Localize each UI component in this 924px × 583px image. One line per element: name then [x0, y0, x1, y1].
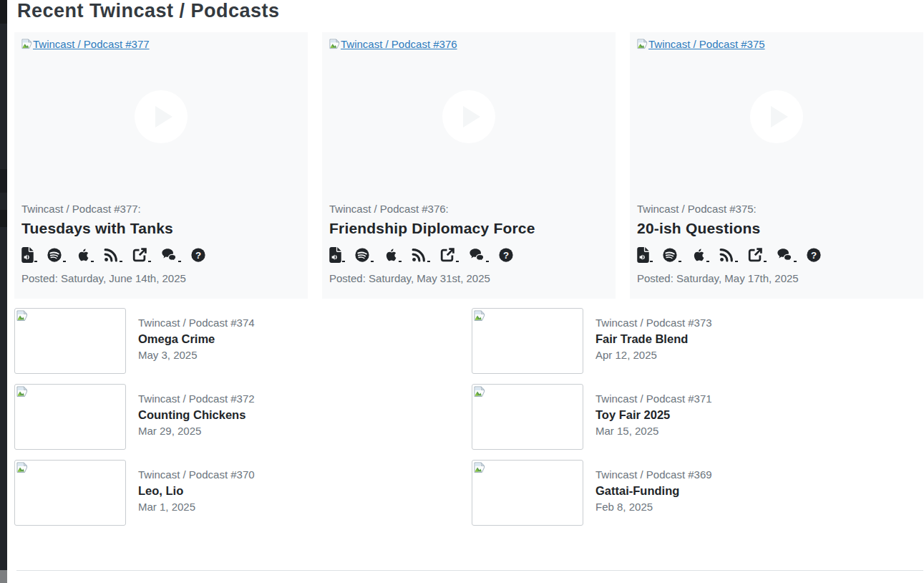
recent-podcast-item-373: Twincast / Podcast #373 Fair Trade Blend… — [472, 308, 923, 374]
podcast-card-375: Twincast / Podcast #375 Twincast / Podca… — [630, 32, 923, 299]
spotify-icon[interactable] — [354, 247, 374, 263]
broken-image-icon — [637, 39, 648, 49]
podcast-media-area: Twincast / Podcast #375 — [630, 32, 923, 203]
recent-podcast-item-374: Twincast / Podcast #374 Omega Crime May … — [14, 308, 466, 374]
main-content: Recent Twincast / Podcasts Twincast / Po… — [7, 1, 924, 571]
podcast-image-link[interactable]: Twincast / Podcast #377 — [21, 38, 150, 50]
question-circle-icon[interactable] — [190, 247, 206, 263]
recent-item-meta: Twincast / Podcast #370 Leo, Lio Mar 1, … — [138, 460, 255, 526]
play-icon — [463, 106, 480, 127]
podcast-thumbnail[interactable] — [472, 308, 583, 374]
recent-item-meta: Twincast / Podcast #373 Fair Trade Blend… — [595, 308, 712, 374]
broken-image-icon — [474, 310, 485, 322]
podcast-thumbnail[interactable] — [472, 460, 583, 526]
play-button[interactable] — [135, 90, 188, 143]
episode-title[interactable]: 20-ish Questions — [630, 220, 923, 237]
rss-icon[interactable] — [411, 247, 430, 263]
series-label: Twincast / Podcast #374 — [138, 317, 255, 329]
play-icon — [771, 106, 788, 127]
external-link-icon[interactable] — [132, 247, 151, 263]
podcast-image-link[interactable]: Twincast / Podcast #375 — [637, 38, 765, 50]
episode-date: May 3, 2025 — [138, 349, 255, 361]
episode-date: Feb 8, 2025 — [595, 501, 712, 513]
episode-date: Mar 29, 2025 — [138, 425, 255, 437]
play-button[interactable] — [442, 90, 495, 143]
page-title: Recent Twincast / Podcasts — [17, 1, 923, 21]
comments-icon[interactable] — [468, 247, 489, 263]
spotify-icon[interactable] — [662, 247, 681, 263]
episode-title[interactable]: Fair Trade Blend — [595, 332, 712, 346]
rss-icon[interactable] — [719, 247, 738, 263]
section-divider — [16, 570, 923, 571]
podcast-links-row — [322, 246, 616, 263]
podcast-thumbnail[interactable] — [14, 308, 126, 374]
broken-image-icon — [21, 39, 32, 49]
posted-date: Posted: Saturday, May 31st, 2025 — [322, 272, 616, 284]
question-circle-icon[interactable] — [498, 247, 514, 263]
file-audio-icon[interactable] — [329, 247, 345, 263]
image-alt-text: Twincast / Podcast #377 — [33, 38, 150, 50]
podcast-thumbnail[interactable] — [14, 384, 126, 450]
podcast-media-area: Twincast / Podcast #376 — [322, 32, 616, 203]
recent-item-meta: Twincast / Podcast #371 Toy Fair 2025 Ma… — [595, 384, 712, 450]
broken-image-icon — [474, 462, 485, 473]
featured-podcasts-grid: Twincast / Podcast #377 Twincast / Podca… — [14, 32, 923, 299]
external-link-icon[interactable] — [439, 247, 459, 263]
series-label: Twincast / Podcast #373 — [595, 317, 712, 329]
broken-image-icon — [16, 310, 28, 322]
apple-icon[interactable] — [691, 247, 709, 263]
episode-date: Apr 12, 2025 — [595, 349, 712, 361]
episode-title[interactable]: Gattai-Funding — [595, 484, 712, 498]
podcast-thumbnail[interactable] — [14, 460, 126, 526]
image-alt-text: Twincast / Podcast #375 — [648, 38, 765, 50]
episode-title[interactable]: Omega Crime — [138, 332, 255, 346]
episode-title[interactable]: Toy Fair 2025 — [595, 408, 712, 422]
external-link-icon[interactable] — [747, 247, 767, 263]
recent-item-meta: Twincast / Podcast #369 Gattai-Funding F… — [595, 460, 712, 526]
podcast-image-link[interactable]: Twincast / Podcast #376 — [329, 38, 457, 50]
recent-podcasts-list: Twincast / Podcast #374 Omega Crime May … — [14, 308, 923, 526]
podcast-thumbnail[interactable] — [472, 384, 583, 450]
apple-icon[interactable] — [383, 247, 402, 263]
play-button[interactable] — [750, 90, 803, 143]
podcast-links-row — [14, 246, 308, 263]
broken-image-icon — [329, 39, 340, 49]
comments-icon[interactable] — [776, 247, 797, 263]
posted-date: Posted: Saturday, June 14th, 2025 — [14, 272, 308, 284]
series-label: Twincast / Podcast #372 — [138, 392, 255, 405]
broken-image-icon — [16, 462, 28, 473]
recent-item-meta: Twincast / Podcast #374 Omega Crime May … — [138, 308, 255, 374]
series-label: Twincast / Podcast #371 — [595, 392, 712, 405]
series-label: Twincast / Podcast #375: — [630, 203, 923, 215]
rss-icon[interactable] — [103, 247, 122, 263]
recent-podcast-item-370: Twincast / Podcast #370 Leo, Lio Mar 1, … — [14, 460, 466, 526]
series-label: Twincast / Podcast #370 — [138, 468, 255, 481]
broken-image-icon — [474, 386, 485, 398]
episode-title[interactable]: Tuesdays with Tanks — [14, 220, 308, 237]
episode-date: Mar 1, 2025 — [138, 501, 255, 513]
apple-icon[interactable] — [75, 247, 94, 263]
file-audio-icon[interactable] — [21, 247, 37, 263]
series-label: Twincast / Podcast #369 — [595, 468, 712, 481]
podcast-card-376: Twincast / Podcast #376 Twincast / Podca… — [322, 32, 616, 299]
broken-image-icon — [16, 386, 28, 398]
play-icon — [155, 106, 172, 127]
series-label: Twincast / Podcast #376: — [322, 203, 616, 215]
episode-date: Mar 15, 2025 — [595, 425, 712, 437]
episode-title[interactable]: Counting Chickens — [138, 408, 255, 422]
podcast-media-area: Twincast / Podcast #377 — [14, 32, 308, 203]
recent-podcast-item-372: Twincast / Podcast #372 Counting Chicken… — [14, 384, 466, 450]
question-circle-icon[interactable] — [806, 247, 822, 263]
file-audio-icon[interactable] — [637, 247, 653, 263]
image-alt-text: Twincast / Podcast #376 — [341, 38, 457, 50]
episode-title[interactable]: Leo, Lio — [138, 484, 255, 498]
recent-podcast-item-371: Twincast / Podcast #371 Toy Fair 2025 Ma… — [472, 384, 923, 450]
recent-item-meta: Twincast / Podcast #372 Counting Chicken… — [138, 384, 255, 450]
recent-podcast-item-369: Twincast / Podcast #369 Gattai-Funding F… — [472, 460, 923, 526]
comments-icon[interactable] — [160, 247, 181, 263]
episode-title[interactable]: Friendship Diplomacy Force — [322, 220, 616, 237]
spotify-icon[interactable] — [47, 247, 66, 263]
posted-date: Posted: Saturday, May 17th, 2025 — [630, 272, 923, 284]
series-label: Twincast / Podcast #377: — [14, 203, 308, 215]
podcast-card-377: Twincast / Podcast #377 Twincast / Podca… — [14, 32, 308, 299]
